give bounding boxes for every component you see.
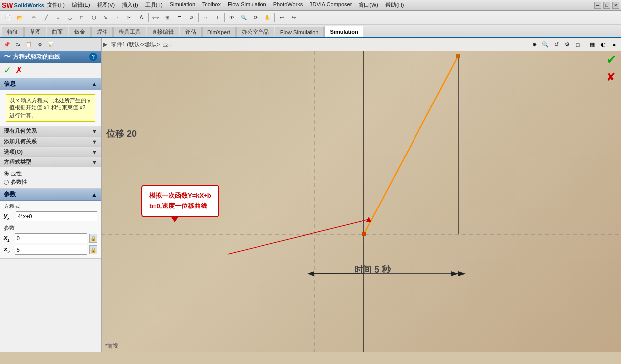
menu-3dvia[interactable]: 3DVIA Composer	[307, 0, 355, 10]
tool-point[interactable]: ·	[112, 12, 123, 23]
tool-sketch[interactable]: ✏	[29, 12, 40, 23]
tool-view[interactable]: 👁	[226, 12, 237, 23]
tool-zoom[interactable]: 🔍	[238, 12, 249, 23]
panel-icon-4[interactable]: ⚙	[35, 40, 45, 50]
open-button[interactable]: 📂	[14, 12, 25, 23]
time-arrow-left-head	[307, 271, 314, 276]
tool-arc[interactable]: ◡	[64, 12, 75, 23]
tool-redo[interactable]: ↪	[288, 12, 299, 23]
render-mode-icon[interactable]: □	[573, 40, 583, 50]
add-relations-expand-icon: ▼	[92, 139, 97, 145]
menu-file[interactable]: 文件(F)	[44, 0, 68, 10]
menu-edit[interactable]: 编辑(E)	[69, 0, 93, 10]
relations-expand-icon: ▼	[92, 128, 97, 134]
menu-help[interactable]: 帮助(H)	[382, 0, 407, 10]
tab-mold[interactable]: 模具工具	[113, 27, 146, 37]
formula-input[interactable]	[16, 211, 97, 221]
radio-explicit-item[interactable]: 显性	[4, 169, 97, 178]
displacement-label: 位移 20	[106, 128, 137, 140]
x2-input[interactable]	[15, 245, 87, 255]
title-bar: SW SolidWorks 文件(F) 编辑(E) 视图(V) 插入(I) 工具…	[0, 0, 621, 11]
panel-icon-2[interactable]: 🗂	[13, 40, 23, 50]
x1-symbol: x1	[4, 234, 13, 243]
menu-tools[interactable]: 工具(T)	[142, 0, 166, 10]
panel-icon-5[interactable]: 📊	[46, 40, 55, 50]
tool-line[interactable]: ╱	[41, 12, 52, 23]
menu-window[interactable]: 窗口(W)	[356, 0, 381, 10]
eq-type-header[interactable]: 方程式类型 ▼	[0, 157, 101, 167]
tab-surface[interactable]: 曲面	[47, 27, 68, 37]
tool-rect[interactable]: □	[76, 12, 87, 23]
menu-toolbox[interactable]: Toolbox	[199, 0, 224, 10]
tool-dimension[interactable]: ↔	[200, 12, 211, 23]
radio-parametric-label: 参数性	[11, 178, 27, 186]
tab-simulation[interactable]: Simulation	[324, 26, 363, 37]
new-button[interactable]: 📄	[2, 12, 13, 23]
tool-pattern[interactable]: ⊞	[162, 12, 173, 23]
tool-polygon[interactable]: ⬡	[88, 12, 99, 23]
tab-sheet-metal[interactable]: 钣金	[69, 27, 91, 37]
zoom-in-icon[interactable]: 🔍	[540, 40, 550, 50]
display-mode-icon[interactable]: ▦	[587, 40, 597, 50]
minimize-button[interactable]: ─	[594, 2, 601, 9]
tool-mirror[interactable]: ⟺	[150, 12, 161, 23]
tool-convert[interactable]: ↺	[186, 12, 197, 23]
feature-title: 〜 方程式驱动的曲线 ?	[0, 51, 101, 63]
tool-text[interactable]: A	[136, 12, 147, 23]
tool-offset[interactable]: ⊏	[174, 12, 185, 23]
zoom-to-fit-icon[interactable]: ⊕	[529, 40, 539, 50]
canvas-toolbar: ▶ 零件1 (默认<<默认>_显... ⊕ 🔍 ↺ ⚙ □ ▦ ◐ ●	[102, 38, 621, 51]
relations-section-header[interactable]: 现有几何关系 ▼	[0, 126, 101, 136]
view-settings-icon[interactable]: ⚙	[562, 40, 572, 50]
radio-explicit-dot[interactable]	[4, 171, 9, 176]
tab-dimxpert[interactable]: DimXpert	[202, 27, 236, 37]
menu-simulation[interactable]: Simulation	[167, 0, 198, 10]
panel-icon-1[interactable]: 📌	[2, 40, 12, 50]
radio-parametric-item[interactable]: 参数性	[4, 178, 97, 186]
info-section-header[interactable]: 信息 ▲	[0, 78, 101, 90]
tool-circle[interactable]: ○	[52, 12, 63, 23]
x1-lock-button[interactable]: 🔒	[89, 234, 97, 243]
menu-photoworks[interactable]: PhotoWorks	[270, 0, 306, 10]
cancel-button[interactable]: ✗	[15, 65, 23, 76]
maximize-button[interactable]: □	[603, 2, 610, 9]
tab-weldment[interactable]: 焊件	[91, 27, 113, 37]
panel-icon-3[interactable]: 📋	[24, 40, 34, 50]
tool-rotate[interactable]: ⟳	[250, 12, 261, 23]
time-arrow-right-head	[458, 271, 466, 276]
tab-flow-simulation[interactable]: Flow Simulation	[275, 27, 324, 37]
close-button[interactable]: ✕	[612, 2, 619, 9]
tab-bar: 特征 草图 曲面 钣金 焊件 模具工具 直接编辑 评估 DimXpert 办公室…	[0, 25, 621, 38]
tool-pan[interactable]: ✋	[262, 12, 273, 23]
menu-bar: 文件(F) 编辑(E) 视图(V) 插入(I) 工具(T) Simulation…	[44, 0, 407, 10]
tool-trim[interactable]: ✂	[124, 12, 135, 23]
feature-help-button[interactable]: ?	[89, 53, 97, 61]
accept-button[interactable]: ✓	[4, 65, 11, 76]
tool-spline[interactable]: ∿	[100, 12, 111, 23]
params-header[interactable]: 参数 ▲	[0, 189, 101, 201]
add-relations-header[interactable]: 添加几何关系 ▼	[0, 137, 101, 147]
appearance-icon[interactable]: ◐	[598, 40, 608, 50]
menu-flow-simulation[interactable]: Flow Simulation	[225, 0, 269, 10]
add-relations-section: 添加几何关系 ▼	[0, 137, 101, 147]
x2-lock-button[interactable]: 🔒	[89, 245, 97, 254]
tool-relation[interactable]: ⊥	[212, 12, 223, 23]
x1-input[interactable]	[15, 233, 87, 243]
callout-line1: 模拟一次函数Y=kX+b	[149, 191, 211, 201]
radio-parametric-dot[interactable]	[4, 180, 9, 185]
tab-sketch[interactable]: 草图	[24, 27, 46, 37]
tab-feature[interactable]: 特征	[2, 27, 24, 37]
options-header[interactable]: 选项(O) ▼	[0, 147, 101, 157]
tab-direct-edit[interactable]: 直接编辑	[147, 27, 179, 37]
scene-icon[interactable]: ●	[609, 40, 619, 50]
menu-view[interactable]: 视图(V)	[94, 0, 118, 10]
rotate-icon[interactable]: ↺	[551, 40, 561, 50]
eq-type-radio-group: 显性 参数性	[0, 167, 101, 188]
tool-undo[interactable]: ↩	[276, 12, 287, 23]
tab-evaluate[interactable]: 评估	[180, 27, 202, 37]
toolbar-area: 📄 📂 ✏ ╱ ○ ◡ □ ⬡ ∿ · ✂ A ⟺ ⊞ ⊏ ↺ ↔ ⊥ 👁 🔍 …	[0, 11, 621, 38]
menu-insert[interactable]: 插入(I)	[119, 0, 141, 10]
callout-box: 模拟一次函数Y=kX+b b=0,速度一位移曲线	[141, 185, 219, 217]
toolbar-separator-2	[148, 13, 149, 22]
tab-office[interactable]: 办公室产品	[236, 27, 274, 37]
